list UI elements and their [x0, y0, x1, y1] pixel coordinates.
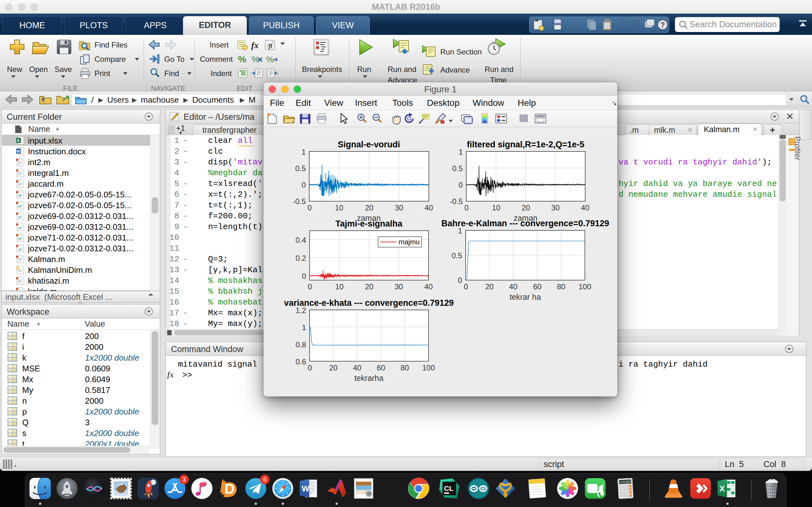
svg-text:0: 0 — [464, 282, 468, 291]
svg-text:?: ? — [660, 20, 665, 29]
svg-text:Bahre-e-Kalman --- convergence: Bahre-e-Kalman --- convergence=0.79129 — [442, 219, 609, 228]
svg-text:20: 20 — [329, 363, 338, 372]
svg-text:0: 0 — [464, 204, 468, 212]
svg-text:40: 40 — [509, 282, 518, 291]
svg-text:0: 0 — [307, 204, 311, 212]
svg-text:100: 100 — [422, 363, 435, 372]
svg-text:D: D — [224, 481, 235, 497]
svg-text:variance-e-khata --- convergen: variance-e-khata --- convergence=0.79129 — [284, 298, 454, 308]
svg-text:Signal-e-vorudi: Signal-e-vorudi — [338, 140, 400, 149]
svg-text:40: 40 — [581, 204, 590, 212]
svg-text:20: 20 — [485, 282, 494, 291]
svg-text:fx: fx — [16, 266, 20, 270]
svg-text:0: 0 — [308, 282, 312, 291]
svg-text:0.5: 0.5 — [295, 164, 306, 173]
svg-text:10: 10 — [335, 204, 344, 212]
svg-text:20: 20 — [365, 204, 374, 212]
svg-text:majmu: majmu — [399, 238, 420, 246]
svg-text:100: 100 — [578, 282, 591, 291]
svg-text:30: 30 — [395, 282, 403, 291]
svg-text:1: 1 — [302, 148, 306, 156]
svg-text:30: 30 — [551, 204, 560, 212]
svg-text:1: 1 — [458, 227, 462, 235]
svg-text:1: 1 — [302, 323, 306, 332]
svg-text:CL: CL — [444, 485, 453, 493]
svg-text:0.5: 0.5 — [452, 251, 462, 260]
svg-text:10: 10 — [492, 204, 501, 212]
svg-text:W: W — [302, 484, 310, 493]
svg-text:%: % — [238, 54, 247, 64]
svg-text:X: X — [17, 138, 20, 143]
svg-text:0.2: 0.2 — [296, 254, 306, 262]
svg-text:80: 80 — [557, 282, 565, 291]
svg-text:%: % — [266, 55, 274, 64]
svg-text:0: 0 — [458, 276, 462, 285]
svg-text:fx: fx — [251, 40, 258, 50]
svg-text:60: 60 — [377, 363, 386, 372]
svg-text:W: W — [16, 149, 20, 154]
svg-text:Tajmi-e-signalha: Tajmi-e-signalha — [335, 219, 403, 228]
svg-text:40: 40 — [425, 204, 433, 212]
svg-text:40: 40 — [424, 282, 433, 291]
svg-text:0.6: 0.6 — [296, 357, 306, 366]
svg-text:0: 0 — [308, 363, 312, 372]
svg-text:0.8: 0.8 — [296, 340, 306, 349]
svg-text:-0.5: -0.5 — [450, 197, 463, 206]
svg-text:40: 40 — [353, 363, 362, 372]
svg-text:80: 80 — [401, 363, 409, 372]
svg-text:1: 1 — [459, 148, 463, 156]
svg-text:20: 20 — [522, 204, 530, 212]
svg-text:tekrar ha: tekrar ha — [510, 292, 541, 301]
svg-text:30: 30 — [395, 204, 403, 212]
svg-text:60: 60 — [533, 282, 542, 291]
svg-text:fi: fi — [269, 43, 272, 49]
svg-text:0.5: 0.5 — [452, 164, 463, 173]
svg-text:tekrarha: tekrarha — [354, 374, 384, 383]
svg-text:0.4: 0.4 — [296, 236, 306, 244]
svg-text:20: 20 — [365, 282, 374, 291]
svg-text:0: 0 — [459, 181, 463, 189]
svg-text:filtered signal,R=1e-2,Q=1e-5: filtered signal,R=1e-2,Q=1e-5 — [467, 140, 585, 149]
svg-text:%: % — [252, 55, 259, 64]
svg-text:-0.5: -0.5 — [293, 197, 306, 206]
svg-text:1.2: 1.2 — [296, 306, 306, 315]
svg-text:0: 0 — [302, 181, 306, 189]
svg-text:0: 0 — [302, 272, 306, 280]
svg-text:10: 10 — [335, 282, 344, 291]
svg-text:X: X — [719, 484, 725, 493]
